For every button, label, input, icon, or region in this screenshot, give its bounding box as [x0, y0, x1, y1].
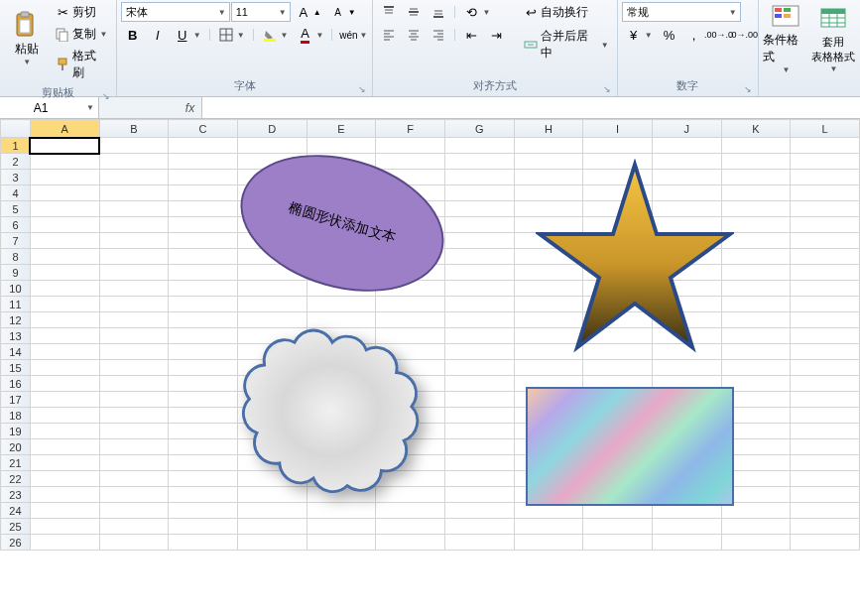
cell[interactable] [99, 249, 169, 265]
column-header[interactable]: L [791, 120, 860, 138]
cell[interactable] [444, 328, 514, 344]
cell[interactable] [444, 439, 514, 455]
cell[interactable] [169, 154, 238, 170]
cell[interactable] [791, 249, 860, 265]
star-shape[interactable] [536, 159, 734, 357]
row-header[interactable]: 18 [1, 408, 31, 424]
fx-label[interactable]: fx [179, 97, 202, 118]
cell[interactable] [99, 328, 169, 344]
cell[interactable] [721, 535, 791, 551]
cell[interactable] [307, 519, 376, 535]
cell[interactable] [169, 201, 238, 217]
cell[interactable] [376, 519, 445, 535]
cell[interactable] [169, 344, 238, 360]
cell[interactable] [652, 138, 721, 154]
row-header[interactable]: 8 [1, 249, 31, 265]
cell[interactable] [99, 281, 169, 297]
cell[interactable] [99, 265, 169, 281]
cell[interactable] [169, 328, 238, 344]
cell[interactable] [791, 360, 860, 376]
orientation-button[interactable]: ⟲▼ [459, 2, 494, 22]
cell[interactable] [791, 312, 860, 328]
cell[interactable] [169, 185, 238, 201]
font-name-combo[interactable]: ▼ [121, 2, 230, 22]
cell[interactable] [169, 170, 238, 185]
cell[interactable] [99, 392, 169, 408]
font-name-input[interactable] [122, 6, 214, 18]
cell[interactable] [791, 201, 860, 217]
cell[interactable] [30, 455, 99, 471]
cell[interactable] [30, 376, 99, 392]
decrease-decimal-button[interactable]: .0→.00 [732, 25, 756, 45]
chevron-down-icon[interactable]: ▼ [276, 8, 290, 17]
cell[interactable] [444, 312, 514, 328]
cell[interactable] [791, 535, 860, 551]
row-header[interactable]: 1 [1, 138, 31, 154]
cell[interactable] [169, 360, 238, 376]
row-header[interactable]: 20 [1, 439, 31, 455]
bold-button[interactable]: B [121, 25, 145, 45]
cell[interactable] [721, 519, 791, 535]
row-header[interactable]: 24 [1, 503, 31, 519]
rectangle-shape[interactable] [526, 387, 734, 506]
cell[interactable] [99, 360, 169, 376]
row-header[interactable]: 14 [1, 344, 31, 360]
cell[interactable] [99, 138, 169, 154]
cell[interactable] [169, 471, 238, 487]
cell[interactable] [30, 487, 99, 503]
cloud-shape[interactable] [233, 327, 431, 516]
cell[interactable] [652, 360, 721, 376]
cell[interactable] [444, 281, 514, 297]
cell[interactable] [30, 265, 99, 281]
phonetic-button[interactable]: wén▼ [336, 25, 371, 45]
cell[interactable] [30, 281, 99, 297]
cell[interactable] [30, 249, 99, 265]
row-header[interactable]: 9 [1, 265, 31, 281]
cell[interactable] [99, 154, 169, 170]
align-left-button[interactable] [377, 25, 401, 45]
cell[interactable] [237, 519, 307, 535]
borders-button[interactable]: ▼ [214, 25, 249, 45]
cell[interactable] [30, 503, 99, 519]
row-header[interactable]: 22 [1, 471, 31, 487]
column-header[interactable]: D [237, 120, 307, 138]
cell[interactable] [237, 535, 307, 551]
cell[interactable] [444, 455, 514, 471]
row-header[interactable]: 12 [1, 312, 31, 328]
cell[interactable] [791, 344, 860, 360]
cell[interactable] [30, 408, 99, 424]
fill-color-button[interactable]: ▼ [258, 25, 293, 45]
cell[interactable] [99, 439, 169, 455]
chevron-down-icon[interactable]: ▼ [726, 8, 740, 17]
cell[interactable] [791, 503, 860, 519]
row-header[interactable]: 25 [1, 519, 31, 535]
cell[interactable] [791, 424, 860, 439]
cell[interactable] [791, 471, 860, 487]
font-color-button[interactable]: A▼ [294, 25, 328, 45]
cell[interactable] [583, 535, 653, 551]
align-middle-button[interactable] [402, 2, 426, 22]
cell[interactable] [99, 424, 169, 439]
cell[interactable] [307, 535, 376, 551]
cell[interactable] [376, 138, 445, 154]
cell[interactable] [169, 535, 238, 551]
cell[interactable] [30, 170, 99, 185]
cell[interactable] [30, 328, 99, 344]
cell[interactable] [583, 138, 653, 154]
cell[interactable] [99, 217, 169, 233]
comma-button[interactable]: , [682, 25, 706, 45]
cell[interactable] [376, 312, 445, 328]
row-header[interactable]: 26 [1, 535, 31, 551]
chevron-down-icon[interactable]: ▼ [82, 103, 98, 112]
cell[interactable] [169, 408, 238, 424]
cell[interactable] [30, 185, 99, 201]
row-header[interactable]: 5 [1, 201, 31, 217]
align-right-button[interactable] [427, 25, 450, 45]
cell[interactable] [444, 154, 514, 170]
cut-button[interactable]: ✂ 剪切 [51, 2, 111, 23]
cell[interactable] [30, 471, 99, 487]
shrink-font-button[interactable]: A▼ [326, 2, 360, 22]
column-header[interactable]: B [99, 120, 169, 138]
cell[interactable] [99, 233, 169, 249]
cell[interactable] [169, 455, 238, 471]
